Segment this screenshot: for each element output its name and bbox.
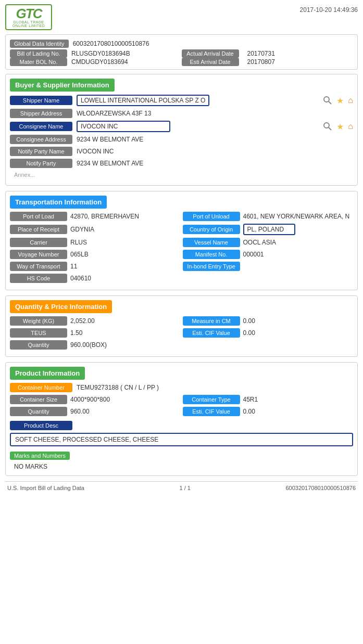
weight-measure-row: Weight (KG) 2,052.00 Measure in CM 0.00 — [10, 316, 353, 326]
teus-value: 1.50 — [70, 329, 181, 337]
mater-bol-value: CMDUGDY0183694 — [71, 58, 128, 66]
weight-label: Weight (KG) — [10, 316, 67, 326]
actual-arrival-value: 20170731 — [247, 50, 275, 57]
shipper-home-btn[interactable]: ⌂ — [348, 96, 353, 105]
qty-value: 960.00(BOX) — [70, 341, 353, 349]
datetime: 2017-10-20 14:49:36 — [300, 4, 358, 14]
vessel-value: OOCL ASIA — [243, 239, 354, 246]
esti-cif-half: Esti. CIF Value 0.00 — [183, 328, 354, 338]
annex-text: Annex... — [14, 172, 35, 178]
notify-party-value: 9234 W BELMONT AVE — [77, 160, 353, 167]
notify-party-name-row: Notify Party Name IVOCON INC — [10, 147, 353, 156]
bol-arrival-row: Bill of Lading No. RLUSGDY0183694B Actua… — [10, 49, 353, 58]
transportation-section: Transportation Information Port of Load … — [5, 191, 358, 290]
bol-half: Bill of Lading No. RLUSGDY0183694B — [10, 49, 182, 58]
shipper-actions: ★ ⌂ — [321, 96, 353, 106]
way-transport-value: 11 — [70, 263, 181, 270]
logo-sub: GLOBAL TRADE ONLINE LIMITED — [6, 20, 51, 28]
port-load-half: Port of Load 42870, BREMERHAVEN — [10, 212, 181, 221]
qty-row: Quantity 960.00(BOX) — [10, 340, 353, 350]
annex: Annex... — [10, 171, 353, 181]
country-origin-value: PL, POLAND — [243, 224, 295, 235]
vessel-half: Vessel Name OOCL ASIA — [183, 238, 354, 247]
way-transport-half: Way of Transport 11 — [10, 262, 181, 271]
measure-label: Measure in CM — [183, 316, 240, 326]
svg-line-1 — [329, 101, 331, 104]
notify-party-name-label: Notify Party Name — [10, 147, 72, 156]
consignee-name-label: Consignee Name — [10, 122, 72, 131]
shipper-name-label: Shipper Name — [10, 96, 72, 105]
marks-label: Marks and Numbers — [10, 452, 70, 460]
product-desc-row: Product Desc — [10, 419, 353, 430]
mater-esti-row: Mater BOL No. CMDUGDY0183694 Esti Arriva… — [10, 58, 353, 66]
carrier-label: Carrier — [10, 238, 67, 247]
shipper-name-value: LOWELL INTERNATIONAL POLSKA SP Z O — [77, 95, 209, 106]
product-section: Product Information Container Number TEM… — [5, 362, 358, 476]
svg-point-0 — [324, 97, 329, 102]
bol-value: RLUSGDY0183694B — [71, 50, 130, 57]
marks-section: Marks and Numbers NO MARKS — [10, 449, 353, 471]
carrier-vessel-row: Carrier RLUS Vessel Name OOCL ASIA — [10, 238, 353, 247]
hs-code-label: HS Code — [10, 274, 67, 283]
country-origin-label: Country of Origin — [183, 225, 240, 234]
measure-value: 0.00 — [243, 317, 354, 325]
shipper-star-btn[interactable]: ★ — [336, 96, 344, 106]
search-icon — [323, 96, 332, 105]
container-type-label: Container Type — [183, 395, 240, 404]
product-cif-label: Esti. CIF Value — [183, 407, 240, 416]
esti-arrival-half: Esti Arrival Date 20170807 — [182, 58, 354, 66]
weight-half: Weight (KG) 2,052.00 — [10, 316, 181, 326]
way-transport-label: Way of Transport — [10, 262, 67, 271]
notify-party-name-value: IVOCON INC — [77, 148, 353, 155]
consignee-actions: ★ ⌂ — [321, 122, 353, 132]
global-data-label: Global Data Identity — [10, 40, 69, 48]
container-size-type-row: Container Size 4000*900*800 Container Ty… — [10, 395, 353, 404]
container-type-half: Container Type 45R1 — [183, 395, 354, 404]
shipper-address-label: Shipper Address — [10, 109, 72, 118]
shipper-address-value: WŁODARZEWSKA 43F 13 — [77, 110, 353, 117]
consignee-search-btn[interactable] — [323, 122, 332, 131]
consignee-address-label: Consignee Address — [10, 135, 72, 144]
search-icon — [323, 122, 332, 131]
consignee-home-btn[interactable]: ⌂ — [348, 122, 353, 131]
container-size-label: Container Size — [10, 395, 67, 404]
product-cif-value: 0.00 — [243, 408, 354, 415]
footer-left: U.S. Import Bill of Lading Data — [7, 485, 84, 491]
port-load-value: 42870, BREMERHAVEN — [70, 213, 181, 220]
consignee-name-row: Consignee Name IVOCON INC ★ ⌂ — [10, 121, 353, 132]
port-unload-label: Port of Unload — [183, 212, 240, 221]
carrier-value: RLUS — [70, 239, 181, 246]
product-qty-half: Quantity 960.00 — [10, 407, 181, 416]
inbond-label: In-bond Entry Type — [183, 262, 240, 271]
product-header: Product Information — [10, 367, 85, 380]
footer-right: 6003201708010000510876 — [285, 485, 356, 491]
container-size-half: Container Size 4000*900*800 — [10, 395, 181, 404]
weight-value: 2,052.00 — [70, 317, 181, 325]
qty-label: Quantity — [10, 340, 67, 350]
voyage-half: Voyage Number 065LB — [10, 250, 181, 259]
place-country-row: Place of Receipt GDYNIA Country of Origi… — [10, 224, 353, 235]
bol-label: Bill of Lading No. — [10, 49, 67, 58]
consignee-name-value: IVOCON INC — [77, 121, 170, 132]
container-number-label: Container Number — [10, 383, 72, 392]
esti-cif-label: Esti. CIF Value — [183, 328, 240, 338]
teus-cif-row: TEUS 1.50 Esti. CIF Value 0.00 — [10, 328, 353, 338]
inbond-half: In-bond Entry Type — [183, 262, 354, 271]
transport-body: Port of Load 42870, BREMERHAVEN Port of … — [6, 212, 357, 290]
notify-party-label: Notify Party — [10, 159, 72, 168]
manifest-value: 000001 — [243, 251, 354, 258]
notify-party-row: Notify Party 9234 W BELMONT AVE — [10, 159, 353, 168]
place-receipt-value: GDYNIA — [70, 226, 181, 233]
consignee-address-row: Consignee Address 9234 W BELMONT AVE — [10, 135, 353, 144]
esti-cif-value: 0.00 — [243, 329, 354, 337]
header: GTC GLOBAL TRADE ONLINE LIMITED 2017-10-… — [5, 4, 358, 30]
quantity-price-section: Quantity & Price Information Weight (KG)… — [5, 295, 358, 357]
shipper-search-btn[interactable] — [323, 96, 332, 105]
consignee-star-btn[interactable]: ★ — [336, 122, 344, 132]
shipper-address-row: Shipper Address WŁODARZEWSKA 43F 13 — [10, 109, 353, 118]
port-row: Port of Load 42870, BREMERHAVEN Port of … — [10, 212, 353, 221]
actual-arrival-label: Actual Arrival Date — [182, 49, 239, 58]
port-unload-half: Port of Unload 4601, NEW YORK/NEWARK ARE… — [183, 212, 354, 221]
top-info-box: Global Data Identity 6003201708010000510… — [5, 34, 358, 70]
product-cif-half: Esti. CIF Value 0.00 — [183, 407, 354, 416]
